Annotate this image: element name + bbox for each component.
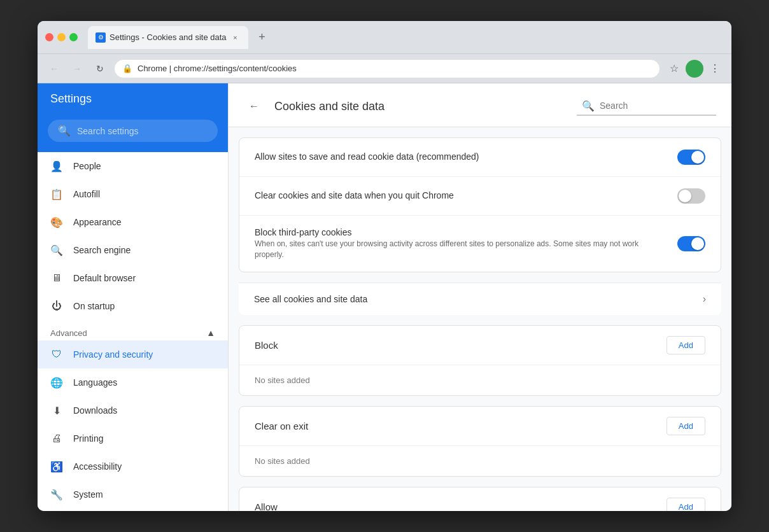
autofill-icon: 📋 bbox=[50, 188, 63, 200]
sidebar-item-default-browser-label: Default browser bbox=[73, 273, 136, 283]
block-third-party-text: Block third-party cookies When on, sites… bbox=[255, 227, 662, 260]
allow-section-header: Allow Add bbox=[239, 487, 721, 511]
allow-cookies-row: Allow sites to save and read cookie data… bbox=[239, 138, 721, 177]
sidebar-item-search-engine-label: Search engine bbox=[73, 245, 131, 255]
sidebar-item-printing-label: Printing bbox=[73, 433, 103, 444]
profile-button[interactable] bbox=[686, 60, 703, 78]
see-all-cookies-label: See all cookies and site data bbox=[254, 294, 367, 304]
back-nav-button[interactable]: ← bbox=[45, 60, 63, 78]
address-bar[interactable]: 🔒 Chrome | chrome://settings/content/coo… bbox=[114, 59, 660, 78]
sidebar-item-system[interactable]: 🔧 System bbox=[38, 480, 228, 508]
url-text: Chrome | chrome://settings/content/cooki… bbox=[138, 64, 652, 73]
sidebar-item-languages-label: Languages bbox=[73, 377, 117, 388]
clear-on-exit-title: Clear on exit bbox=[255, 421, 308, 431]
settings-title: Settings bbox=[50, 92, 92, 105]
allow-title: Allow bbox=[255, 501, 278, 511]
clear-on-quit-title: Clear cookies and site data when you qui… bbox=[255, 190, 662, 200]
block-title: Block bbox=[255, 340, 278, 351]
sidebar-search-input[interactable] bbox=[77, 126, 208, 136]
clear-on-exit-section-header: Clear on exit Add bbox=[239, 407, 721, 446]
maximize-button[interactable] bbox=[69, 33, 78, 41]
tab-favicon: ⚙ bbox=[95, 32, 106, 43]
bookmark-button[interactable]: ☆ bbox=[665, 60, 683, 78]
see-all-cookies-row[interactable]: See all cookies and site data › bbox=[239, 283, 721, 315]
allow-section: Allow Add bbox=[239, 487, 721, 511]
page-search-input[interactable] bbox=[600, 101, 711, 111]
allow-add-button[interactable]: Add bbox=[667, 498, 705, 511]
collapse-icon: ▲ bbox=[206, 328, 215, 338]
browser-window: ⚙ Settings - Cookies and site data × + ←… bbox=[38, 21, 731, 511]
languages-icon: 🌐 bbox=[50, 376, 63, 389]
toolbar-actions: ☆ ⋮ bbox=[665, 60, 724, 78]
clear-on-quit-text: Clear cookies and site data when you qui… bbox=[255, 190, 662, 202]
settings-content: ← Cookies and site data 🔍 Allow sites to… bbox=[229, 83, 731, 511]
sidebar-item-appearance[interactable]: 🎨 Appearance bbox=[38, 208, 228, 236]
downloads-icon: ⬇ bbox=[50, 404, 63, 417]
block-third-party-title: Block third-party cookies bbox=[255, 227, 662, 237]
sidebar-item-autofill-label: Autofill bbox=[73, 189, 100, 199]
sidebar-item-search-engine[interactable]: 🔍 Search engine bbox=[38, 236, 228, 264]
sidebar-item-downloads[interactable]: ⬇ Downloads bbox=[38, 396, 228, 424]
privacy-icon: 🛡 bbox=[50, 348, 63, 361]
advanced-section-header[interactable]: Advanced ▲ bbox=[38, 320, 228, 340]
lock-icon: 🔒 bbox=[122, 64, 132, 73]
sidebar-item-people[interactable]: 👤 People bbox=[38, 152, 228, 180]
clear-on-exit-section: Clear on exit Add No sites added bbox=[239, 406, 721, 477]
see-all-chevron-icon: › bbox=[703, 293, 706, 305]
active-tab[interactable]: ⚙ Settings - Cookies and site data × bbox=[88, 26, 248, 49]
block-empty-state: No sites added bbox=[239, 365, 721, 395]
advanced-label: Advanced bbox=[50, 328, 87, 338]
block-add-button[interactable]: Add bbox=[667, 336, 705, 354]
accessibility-icon: ♿ bbox=[50, 460, 63, 473]
minimize-button[interactable] bbox=[57, 33, 66, 41]
system-icon: 🔧 bbox=[50, 488, 63, 501]
printing-icon: 🖨 bbox=[50, 432, 63, 445]
page-title: Cookies and site data bbox=[274, 100, 567, 113]
tab-close-button[interactable]: × bbox=[230, 32, 241, 43]
clear-on-quit-toggle[interactable] bbox=[677, 188, 705, 204]
allow-cookies-text: Allow sites to save and read cookie data… bbox=[255, 151, 662, 163]
sidebar-item-accessibility[interactable]: ♿ Accessibility bbox=[38, 452, 228, 480]
block-third-party-row: Block third-party cookies When on, sites… bbox=[239, 216, 721, 272]
sidebar-item-autofill[interactable]: 📋 Autofill bbox=[38, 180, 228, 208]
sidebar-search-bar[interactable]: 🔍 bbox=[48, 120, 218, 142]
sidebar-item-reset[interactable]: 🕐 Reset settings bbox=[38, 508, 228, 511]
sidebar-item-printing[interactable]: 🖨 Printing bbox=[38, 424, 228, 452]
clear-on-exit-empty-state: No sites added bbox=[239, 446, 721, 476]
sidebar-item-on-startup-label: On startup bbox=[73, 301, 115, 311]
settings-header: Settings bbox=[38, 83, 228, 115]
back-button[interactable]: ← bbox=[244, 96, 264, 116]
appearance-icon: 🎨 bbox=[50, 216, 63, 228]
page-search[interactable]: 🔍 bbox=[577, 97, 716, 116]
sidebar-item-system-label: System bbox=[73, 489, 103, 500]
menu-button[interactable]: ⋮ bbox=[706, 60, 724, 78]
page-search-icon: 🔍 bbox=[582, 100, 595, 112]
clear-on-quit-row: Clear cookies and site data when you qui… bbox=[239, 177, 721, 216]
sidebar-item-appearance-label: Appearance bbox=[73, 217, 122, 227]
sidebar-item-languages[interactable]: 🌐 Languages bbox=[38, 368, 228, 396]
allow-cookies-toggle[interactable] bbox=[677, 150, 705, 165]
cookie-toggles-section: Allow sites to save and read cookie data… bbox=[239, 137, 721, 272]
traffic-lights bbox=[45, 33, 78, 41]
default-browser-icon: 🖥 bbox=[50, 272, 63, 284]
search-engine-icon: 🔍 bbox=[50, 244, 63, 256]
sidebar-item-privacy[interactable]: 🛡 Privacy and security bbox=[38, 340, 228, 368]
reload-button[interactable]: ↻ bbox=[91, 60, 109, 78]
block-third-party-desc: When on, sites can't use your browsing a… bbox=[255, 239, 662, 260]
sidebar: Settings 🔍 👤 People 📋 Autofill 🎨 Appeara… bbox=[38, 83, 229, 511]
toolbar: ← → ↻ 🔒 Chrome | chrome://settings/conte… bbox=[38, 54, 731, 83]
block-third-party-toggle[interactable] bbox=[677, 236, 705, 251]
url-prefix: Chrome | bbox=[138, 64, 174, 73]
sidebar-item-default-browser[interactable]: 🖥 Default browser bbox=[38, 264, 228, 292]
clear-on-exit-add-button[interactable]: Add bbox=[667, 417, 705, 435]
sidebar-item-downloads-label: Downloads bbox=[73, 405, 117, 416]
block-section: Block Add No sites added bbox=[239, 325, 721, 396]
close-button[interactable] bbox=[45, 33, 53, 41]
forward-nav-button[interactable]: → bbox=[68, 60, 86, 78]
main-content: Settings 🔍 👤 People 📋 Autofill 🎨 Appeara… bbox=[38, 83, 731, 511]
tab-title: Settings - Cookies and site data bbox=[109, 32, 227, 42]
new-tab-button[interactable]: + bbox=[253, 29, 271, 46]
on-startup-icon: ⏻ bbox=[50, 300, 63, 312]
sidebar-item-on-startup[interactable]: ⏻ On startup bbox=[38, 292, 228, 320]
title-bar: ⚙ Settings - Cookies and site data × + bbox=[38, 21, 731, 54]
